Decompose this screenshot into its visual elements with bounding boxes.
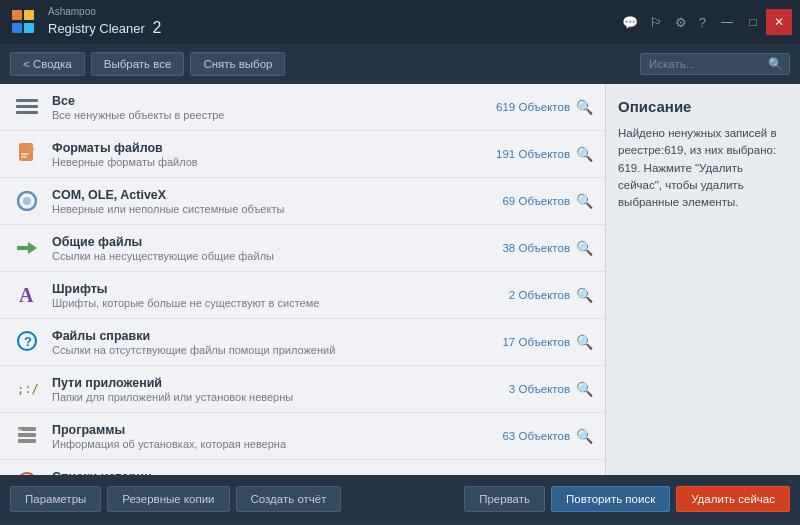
category-subtitle: Неверные или неполные системные объекты bbox=[52, 203, 502, 215]
category-subtitle: Информация об установках, которая неверн… bbox=[52, 438, 502, 450]
svg-text:A: A bbox=[19, 284, 34, 306]
svg-rect-6 bbox=[21, 156, 27, 158]
help-icon[interactable]: ? bbox=[699, 15, 706, 30]
category-text: COM, OLE, ActiveXНеверные или неполные с… bbox=[52, 188, 502, 215]
flag-icon[interactable]: 🏳 bbox=[650, 15, 663, 30]
list-item[interactable]: Списки историиНенужная информация о неда… bbox=[0, 460, 605, 475]
rescan-button[interactable]: Повторить поиск bbox=[551, 486, 670, 512]
magnify-icon[interactable]: 🔍 bbox=[576, 146, 593, 162]
category-icon: ? bbox=[12, 327, 42, 357]
magnify-icon[interactable]: 🔍 bbox=[576, 193, 593, 209]
list-item[interactable]: Форматы файловНеверные форматы файлов191… bbox=[0, 131, 605, 178]
category-icon bbox=[12, 421, 42, 451]
desc-text: Найдено ненужных записей в реестре:619, … bbox=[618, 125, 788, 211]
titlebar: Ashampoo Registry Cleaner 2 💬 🏳 ⚙ ? — □ … bbox=[0, 0, 800, 44]
select-all-button[interactable]: Выбрать все bbox=[91, 52, 185, 76]
category-title: Общие файлы bbox=[52, 235, 502, 249]
description-panel: Описание Найдено ненужных записей в реес… bbox=[605, 84, 800, 475]
category-text: Файлы справкиСсылки на отсутствующие фай… bbox=[52, 329, 502, 356]
category-text: Форматы файловНеверные форматы файлов bbox=[52, 141, 496, 168]
category-count: 3 Объектов bbox=[509, 383, 570, 395]
category-text: Общие файлыСсылки на несуществующие общи… bbox=[52, 235, 502, 262]
list-item[interactable]: Общие файлыСсылки на несуществующие общи… bbox=[0, 225, 605, 272]
search-box: 🔍 bbox=[640, 53, 790, 75]
category-text: ПрограммыИнформация об установках, котор… bbox=[52, 423, 502, 450]
search-icon: 🔍 bbox=[768, 57, 783, 71]
category-text: ШрифтыШрифты, которые больше не существу… bbox=[52, 282, 509, 309]
maximize-button[interactable]: □ bbox=[740, 9, 766, 35]
magnify-icon[interactable]: 🔍 bbox=[576, 334, 593, 350]
category-icon: ;:// bbox=[12, 374, 42, 404]
category-count: 191 Объектов bbox=[496, 148, 570, 160]
chat-icon[interactable]: 💬 bbox=[622, 15, 638, 30]
list-item[interactable]: ВсеВсе ненужные объекты в реестре619 Объ… bbox=[0, 84, 605, 131]
category-title: Шрифты bbox=[52, 282, 509, 296]
list-item[interactable]: ?Файлы справкиСсылки на отсутствующие фа… bbox=[0, 319, 605, 366]
params-button[interactable]: Параметры bbox=[10, 486, 101, 512]
magnify-icon[interactable]: 🔍 bbox=[576, 99, 593, 115]
footer: Параметры Резервные копии Создать отчёт … bbox=[0, 475, 800, 523]
list-item[interactable]: ПрограммыИнформация об установках, котор… bbox=[0, 413, 605, 460]
svg-rect-17 bbox=[18, 439, 36, 443]
category-count: 69 Объектов bbox=[502, 195, 570, 207]
app-logo bbox=[8, 6, 40, 38]
category-icon bbox=[12, 186, 42, 216]
window-controls: — □ ✕ bbox=[714, 9, 792, 35]
svg-rect-9 bbox=[17, 246, 29, 250]
app-name: Ashampoo bbox=[48, 6, 161, 18]
list-item[interactable]: ;://Пути приложенийПапки для приложений … bbox=[0, 366, 605, 413]
category-count: 17 Объектов bbox=[502, 336, 570, 348]
svg-marker-10 bbox=[28, 242, 37, 254]
titlebar-icons: 💬 🏳 ⚙ ? bbox=[622, 15, 706, 30]
category-subtitle: Папки для приложений или установок невер… bbox=[52, 391, 509, 403]
magnify-icon[interactable]: 🔍 bbox=[576, 381, 593, 397]
category-subtitle: Ссылки на отсутствующие файлы помощи при… bbox=[52, 344, 502, 356]
summary-button[interactable]: < Сводка bbox=[10, 52, 85, 76]
list-item[interactable]: AШрифтыШрифты, которые больше не существ… bbox=[0, 272, 605, 319]
close-button[interactable]: ✕ bbox=[766, 9, 792, 35]
category-icon bbox=[12, 468, 42, 475]
svg-rect-2 bbox=[16, 111, 38, 114]
category-title: Пути приложений bbox=[52, 376, 509, 390]
svg-point-8 bbox=[23, 197, 31, 205]
category-icon: A bbox=[12, 280, 42, 310]
magnify-icon[interactable]: 🔍 bbox=[576, 240, 593, 256]
category-list: ВсеВсе ненужные объекты в реестре619 Объ… bbox=[0, 84, 605, 475]
magnify-icon[interactable]: 🔍 bbox=[576, 287, 593, 303]
svg-rect-0 bbox=[16, 99, 38, 102]
toolbar: < Сводка Выбрать все Снять выбор 🔍 bbox=[0, 44, 800, 84]
category-count: 38 Объектов bbox=[502, 242, 570, 254]
report-button[interactable]: Создать отчёт bbox=[236, 486, 342, 512]
gear-icon[interactable]: ⚙ bbox=[675, 15, 687, 30]
category-icon bbox=[12, 92, 42, 122]
category-title: Все bbox=[52, 94, 496, 108]
deselect-button[interactable]: Снять выбор bbox=[190, 52, 285, 76]
category-count: 63 Объектов bbox=[502, 430, 570, 442]
svg-rect-16 bbox=[18, 433, 36, 437]
category-title: Программы bbox=[52, 423, 502, 437]
category-icon bbox=[12, 233, 42, 263]
category-icon bbox=[12, 139, 42, 169]
svg-text:;://: ;:// bbox=[17, 382, 38, 396]
category-subtitle: Ссылки на несуществующие общие файлы bbox=[52, 250, 502, 262]
svg-rect-18 bbox=[18, 429, 22, 431]
category-text: ВсеВсе ненужные объекты в реестре bbox=[52, 94, 496, 121]
backup-button[interactable]: Резервные копии bbox=[107, 486, 229, 512]
category-title: Списки истории bbox=[52, 470, 496, 476]
category-count: 619 Объектов bbox=[496, 101, 570, 113]
desc-title: Описание bbox=[618, 98, 788, 115]
svg-point-19 bbox=[18, 473, 36, 475]
category-subtitle: Все ненужные объекты в реестре bbox=[52, 109, 496, 121]
minimize-button[interactable]: — bbox=[714, 9, 740, 35]
svg-rect-3 bbox=[19, 143, 33, 161]
stop-button[interactable]: Прервать bbox=[464, 486, 545, 512]
svg-rect-5 bbox=[21, 153, 29, 155]
category-count: 2 Объектов bbox=[509, 289, 570, 301]
category-title: Форматы файлов bbox=[52, 141, 496, 155]
magnify-icon[interactable]: 🔍 bbox=[576, 428, 593, 444]
delete-now-button[interactable]: Удалить сейчас bbox=[676, 486, 790, 512]
svg-text:?: ? bbox=[24, 334, 32, 349]
list-item[interactable]: COM, OLE, ActiveXНеверные или неполные с… bbox=[0, 178, 605, 225]
category-text: Списки историиНенужная информация о неда… bbox=[52, 470, 496, 476]
category-text: Пути приложенийПапки для приложений или … bbox=[52, 376, 509, 403]
